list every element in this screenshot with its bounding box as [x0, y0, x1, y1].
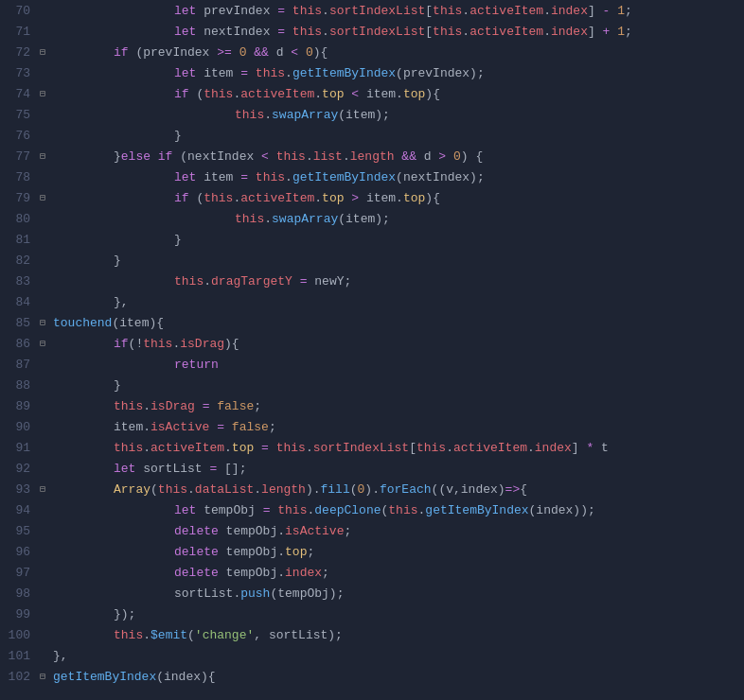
line-num-90: 90: [0, 416, 38, 437]
code-line-97: delete tempObj.index;: [53, 562, 744, 583]
code-line-72: if (prevIndex >= 0 && d < 0){: [53, 42, 744, 62]
code-line-89: this.isDrag = false;: [53, 395, 744, 416]
code-line-82: }: [53, 250, 744, 271]
code-line-92: let sortList = [];: [53, 458, 744, 479]
line-num-94: 94: [0, 499, 38, 520]
line-num-102[interactable]: 102 ⊟: [0, 666, 38, 687]
line-num-86[interactable]: 86 ⊟: [0, 333, 38, 354]
code-line-84: },: [53, 291, 744, 312]
line-num-97: 97: [0, 562, 38, 583]
line-num-75: 75: [0, 104, 38, 125]
code-line-77: }else if (nextIndex < this.list.length &…: [53, 146, 744, 166]
line-num-87: 87: [0, 354, 38, 375]
line-num-101: 101: [0, 645, 38, 666]
line-num-100: 100: [0, 624, 38, 645]
line-num-82: 82: [0, 250, 38, 271]
line-num-83: 83: [0, 271, 38, 291]
line-numbers: 70 71 72 ⊟ 73 74 ⊟ 75 76 77 ⊟ 78 79 ⊟ 80…: [0, 0, 45, 700]
code-line-81: }: [53, 229, 744, 250]
line-num-72[interactable]: 72 ⊟: [0, 42, 38, 62]
code-line-96: delete tempObj.top;: [53, 541, 744, 562]
code-line-102: getItemByIndex(index){: [53, 666, 744, 687]
code-line-75: this.swapArray(item);: [53, 104, 744, 125]
code-line-90: item.isActive = false;: [53, 416, 744, 437]
code-line-83: this.dragTargetY = newY;: [53, 271, 744, 291]
line-num-73: 73: [0, 62, 38, 83]
line-num-71: 71: [0, 21, 38, 42]
code-editor: 70 71 72 ⊟ 73 74 ⊟ 75 76 77 ⊟ 78 79 ⊟ 80…: [0, 0, 744, 700]
line-num-77[interactable]: 77 ⊟: [0, 146, 38, 166]
line-num-80: 80: [0, 208, 38, 229]
code-line-93: Array(this.dataList.length).fill(0).forE…: [53, 479, 744, 499]
code-line-101: },: [53, 645, 744, 666]
line-num-95: 95: [0, 520, 38, 541]
line-num-76: 76: [0, 125, 38, 146]
code-line-74: if (this.activeItem.top < item.top){: [53, 83, 744, 104]
code-line-79: if (this.activeItem.top > item.top){: [53, 187, 744, 208]
code-line-86: if(!this.isDrag){: [53, 333, 744, 354]
line-num-89: 89: [0, 395, 38, 416]
line-num-88: 88: [0, 375, 38, 395]
line-num-70: 70: [0, 0, 38, 21]
code-line-100: this.$emit('change', sortList);: [53, 624, 744, 645]
line-num-81: 81: [0, 229, 38, 250]
line-num-79[interactable]: 79 ⊟: [0, 187, 38, 208]
code-line-71: let nextIndex = this.sortIndexList[this.…: [53, 21, 744, 42]
code-line-87: return: [53, 354, 744, 375]
code-line-95: delete tempObj.isActive;: [53, 520, 744, 541]
code-line-94: let tempObj = this.deepClone(this.getIte…: [53, 499, 744, 520]
code-line-80: this.swapArray(item);: [53, 208, 744, 229]
line-num-74[interactable]: 74 ⊟: [0, 83, 38, 104]
line-num-96: 96: [0, 541, 38, 562]
code-line-73: let item = this.getItemByIndex(prevIndex…: [53, 62, 744, 83]
line-num-85[interactable]: 85 ⊟: [0, 312, 38, 333]
line-num-98: 98: [0, 583, 38, 604]
line-num-78: 78: [0, 166, 38, 187]
line-num-84: 84: [0, 291, 38, 312]
code-line-88: }: [53, 375, 744, 395]
code-line-78: let item = this.getItemByIndex(nextIndex…: [53, 166, 744, 187]
code-line-85: touchend(item){: [53, 312, 744, 333]
line-num-99: 99: [0, 604, 38, 624]
code-line-70: let prevIndex = this.sortIndexList[this.…: [53, 0, 744, 21]
code-content: let prevIndex = this.sortIndexList[this.…: [45, 0, 744, 700]
line-num-91: 91: [0, 437, 38, 458]
line-num-93[interactable]: 93 ⊟: [0, 479, 38, 499]
code-line-99: });: [53, 604, 744, 624]
line-num-92: 92: [0, 458, 38, 479]
code-line-91: this.activeItem.top = this.sortIndexList…: [53, 437, 744, 458]
code-line-98: sortList.push(tempObj);: [53, 583, 744, 604]
code-line-76: }: [53, 125, 744, 146]
